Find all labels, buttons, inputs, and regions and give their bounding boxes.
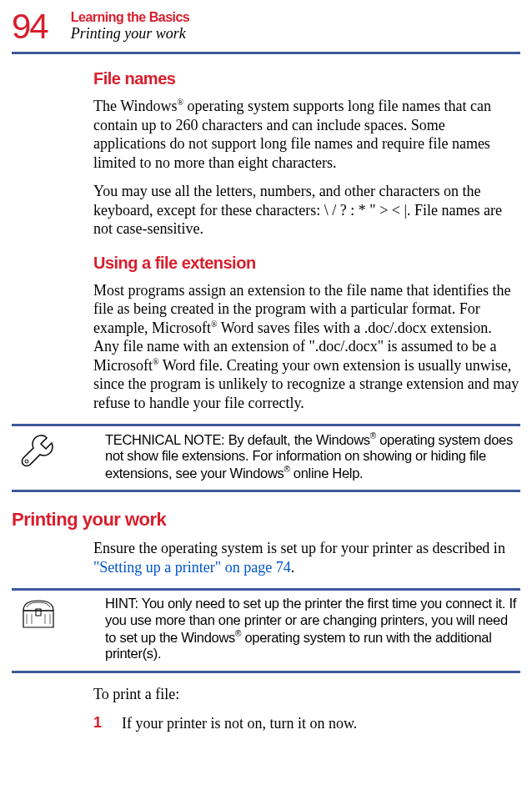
text: online Help. bbox=[290, 465, 364, 481]
text: Ensure the operating system is set up fo… bbox=[93, 540, 505, 556]
paragraph-file-names-2: You may use all the letters, numbers, an… bbox=[93, 182, 520, 239]
paragraph-to-print: To print a file: bbox=[93, 685, 520, 704]
registered-symbol: ® bbox=[370, 431, 376, 440]
note-row: TECHNICAL NOTE: By default, the Windows®… bbox=[0, 426, 532, 490]
svg-rect-1 bbox=[36, 609, 41, 616]
text: . bbox=[291, 559, 295, 576]
section-title-header: Printing your work bbox=[71, 25, 190, 43]
text: TECHNICAL NOTE: By default, the Windows bbox=[105, 432, 370, 447]
paragraph-file-names-1: The Windows® operating system supports l… bbox=[93, 97, 520, 172]
content-outer: Printing your work bbox=[0, 509, 532, 531]
cross-reference-link[interactable]: "Setting up a printer" on page 74 bbox=[93, 559, 291, 576]
hint-note-block: HINT: You only need to set up the printe… bbox=[0, 588, 532, 673]
step-1: 1 If your printer is not on, turn it on … bbox=[93, 714, 520, 733]
note-rule bbox=[12, 490, 520, 492]
wrench-icon bbox=[18, 431, 68, 475]
technical-note-block: TECHNICAL NOTE: By default, the Windows®… bbox=[0, 424, 532, 492]
page-number: 94 bbox=[12, 7, 48, 47]
content-indented: File names The Windows® operating system… bbox=[0, 69, 532, 412]
heading-printing: Printing your work bbox=[12, 509, 520, 531]
registered-symbol: ® bbox=[153, 357, 159, 366]
step-text: If your printer is not on, turn it on no… bbox=[122, 714, 357, 733]
svg-point-0 bbox=[25, 460, 28, 463]
paragraph-printing: Ensure the operating system is set up fo… bbox=[93, 539, 520, 576]
header: 94 Learning the Basics Printing your wor… bbox=[0, 0, 532, 47]
header-rule bbox=[12, 52, 520, 54]
text: The Windows bbox=[93, 98, 177, 114]
chapter-title: Learning the Basics bbox=[71, 10, 190, 25]
paragraph-file-ext: Most programs assign an extension to the… bbox=[93, 281, 520, 413]
heading-file-extension: Using a file extension bbox=[93, 254, 520, 273]
step-number: 1 bbox=[93, 714, 122, 733]
treasure-chest-icon bbox=[18, 596, 68, 636]
registered-symbol: ® bbox=[177, 98, 183, 107]
note-row: HINT: You only need to set up the printe… bbox=[0, 591, 532, 671]
content-indented-3: To print a file: 1 If your printer is no… bbox=[0, 685, 532, 732]
note-rule bbox=[12, 671, 520, 673]
header-text-block: Learning the Basics Printing your work bbox=[71, 7, 190, 43]
heading-file-names: File names bbox=[93, 69, 520, 88]
hint-note-text: HINT: You only need to set up the printe… bbox=[105, 596, 520, 662]
registered-symbol: ® bbox=[284, 465, 289, 474]
registered-symbol: ® bbox=[211, 320, 218, 329]
technical-note-text: TECHNICAL NOTE: By default, the Windows®… bbox=[105, 431, 520, 481]
content-indented-2: Ensure the operating system is set up fo… bbox=[0, 539, 532, 576]
